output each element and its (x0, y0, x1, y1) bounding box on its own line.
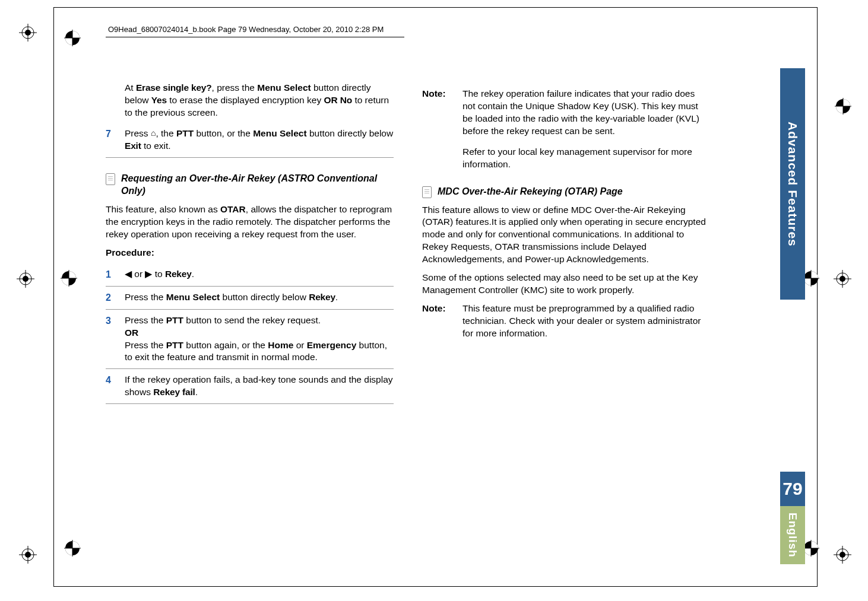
step-row: 7 Press ⌂, the PTT button, or the Menu S… (106, 124, 394, 156)
step-body: If the rekey operation fails, a bad-key … (125, 374, 394, 399)
text: button directly below (307, 128, 394, 138)
ui-string: No (338, 95, 352, 105)
text: or (132, 269, 145, 279)
divider (106, 403, 394, 404)
text: button again, or the (183, 340, 268, 350)
text: Press the (125, 340, 166, 350)
crop-mark-icon (61, 270, 77, 287)
crop-mark-icon (19, 546, 37, 564)
page-icon (422, 186, 432, 198)
step-number: 1 (106, 268, 125, 281)
procedure-label: Procedure: (106, 247, 394, 259)
running-header: O9Head_68007024014_b.book Page 79 Wednes… (106, 25, 386, 34)
button-name: PTT (176, 128, 194, 138)
paragraph: Some of the options selected may also ne… (422, 272, 710, 297)
ui-string: Rekey fail (153, 387, 195, 397)
section-tab: Advanced Features (780, 68, 805, 300)
section-heading: MDC Over-the-Air Rekeying (OTAR) Page (422, 185, 710, 198)
step-number: 3 (106, 314, 125, 327)
ui-string: Rekey (165, 269, 192, 279)
text-block: At Erase single key?, press the Menu Sel… (125, 82, 394, 119)
crop-mark-icon (64, 30, 81, 46)
crop-mark-icon (803, 540, 819, 557)
crop-mark-icon (834, 546, 851, 564)
step-body: Press ⌂, the PTT button, or the Menu Sel… (125, 128, 394, 152)
text: to exit. (141, 141, 171, 151)
text: . (335, 292, 338, 302)
section-heading: Requesting an Over-the-Air Rekey (ASTRO … (106, 172, 394, 198)
divider (106, 157, 394, 158)
ui-string: Erase single key? (136, 82, 212, 93)
step-row: 2 Press the Menu Select button directly … (106, 288, 394, 308)
section-title: MDC Over-the-Air Rekeying (OTAR) Page (438, 185, 623, 198)
note-label: Note: (422, 303, 455, 340)
text: button, or the (194, 128, 253, 138)
note-label: Note: (422, 88, 455, 171)
page-number: 79 (780, 472, 805, 506)
paragraph: This feature, also known as OTAR, allows… (106, 203, 394, 241)
text: button to send the rekey request. (183, 315, 321, 325)
or-label: OR (324, 95, 337, 105)
step-body: ◀ or ▶ to Rekey. (125, 268, 394, 281)
step-number: 2 (106, 291, 125, 304)
crop-mark-icon (64, 540, 81, 557)
text: At (125, 82, 136, 93)
term: OTAR (220, 204, 246, 214)
header-rule (106, 37, 404, 37)
left-column: At Erase single key?, press the Menu Sel… (106, 82, 394, 405)
crop-mark-icon (19, 24, 37, 42)
text: Press (125, 128, 151, 138)
step-row: 4 If the rekey operation fails, a bad-ke… (106, 370, 394, 402)
step-number: 4 (106, 374, 125, 387)
text: Press the (125, 292, 166, 302)
button-name: Menu Select (166, 292, 220, 302)
ui-string: Exit (125, 141, 141, 151)
left-arrow-icon: ◀ (125, 269, 132, 279)
page-icon (106, 173, 115, 185)
step-row: 3 Press the PTT button to send the rekey… (106, 311, 394, 368)
button-name: Home (268, 340, 293, 350)
divider (106, 368, 394, 369)
text: button directly below (220, 292, 309, 302)
note-body: The rekey operation failure indicates th… (462, 88, 710, 171)
text: This feature, also known as (106, 204, 220, 214)
button-name: Menu Select (253, 128, 306, 138)
step-number: 7 (106, 128, 125, 141)
divider (106, 286, 394, 287)
note-body: This feature must be preprogrammed by a … (462, 303, 710, 340)
ui-string: Yes (151, 95, 167, 105)
step-body: Press the Menu Select button directly be… (125, 291, 394, 304)
tab-spacer (780, 300, 805, 472)
text: . (192, 269, 194, 279)
divider (106, 309, 394, 310)
crop-mark-icon (835, 98, 851, 115)
button-name: Emergency (307, 340, 357, 350)
home-icon: ⌂ (151, 128, 156, 139)
right-column: Note: The rekey operation failure indica… (422, 82, 710, 405)
step-body: Press the PTT button to send the rekey r… (125, 314, 394, 364)
note-block: Note: The rekey operation failure indica… (422, 88, 710, 171)
paragraph: Refer to your local key management super… (462, 146, 710, 171)
side-tab: Advanced Features 79 English (780, 68, 805, 448)
paragraph: The rekey operation failure indicates th… (462, 88, 710, 138)
section-title: Requesting an Over-the-Air Rekey (ASTRO … (121, 172, 394, 198)
right-arrow-icon: ▶ (145, 269, 152, 279)
text: . (195, 387, 198, 397)
button-name: PTT (166, 340, 183, 350)
crop-mark-icon (803, 270, 819, 287)
button-name: PTT (166, 315, 183, 325)
text: , the (156, 128, 176, 138)
step-row: 1 ◀ or ▶ to Rekey. (106, 265, 394, 285)
crop-mark-icon (17, 270, 34, 288)
or-label: OR (125, 327, 138, 338)
note-block: Note: This feature must be preprogrammed… (422, 303, 710, 340)
paragraph: This feature allows to view or define MD… (422, 204, 710, 266)
crop-mark-icon (834, 270, 851, 288)
ui-string: Rekey (309, 292, 335, 302)
language-tab: English (780, 506, 805, 564)
text: to erase the displayed encryption key (167, 95, 324, 105)
text: to (152, 269, 165, 279)
page-body: At Erase single key?, press the Menu Sel… (106, 82, 710, 405)
text: or (293, 340, 306, 350)
button-name: Menu Select (257, 82, 311, 93)
